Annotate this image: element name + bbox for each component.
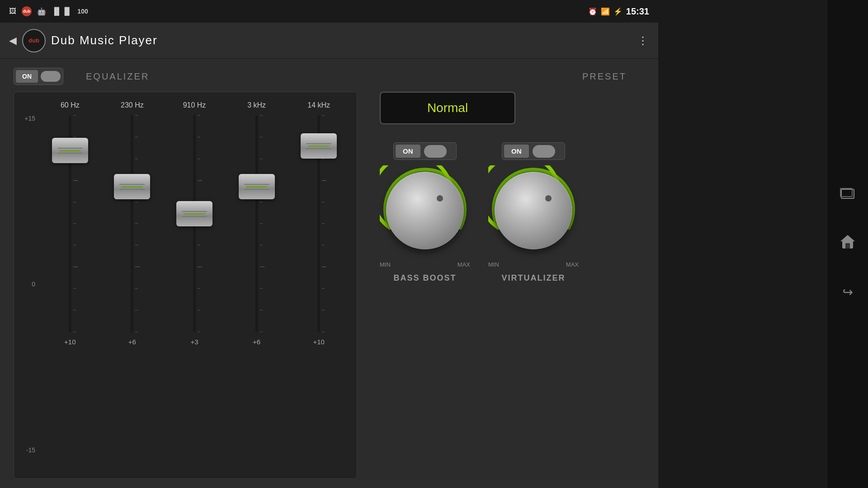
bass-boost-labels: MIN MAX (380, 261, 470, 268)
battery-icon: ⚡ (613, 7, 623, 16)
dub-icon: dub (22, 6, 32, 16)
bass-boost-label: BASS BOOST (393, 273, 456, 283)
freq-3khz: 3 kHz (247, 101, 266, 109)
band-230hz: 230 Hz (101, 101, 164, 472)
value-910hz: +3 (190, 338, 198, 346)
value-60hz: +10 (64, 338, 75, 346)
virtualizer-label: VIRTUALIZER (502, 273, 566, 283)
bass-boost-on-label: ON (396, 145, 420, 158)
home-button[interactable] (840, 235, 855, 249)
eq-toggle[interactable]: ON (14, 68, 63, 85)
virtualizer-item: ON (488, 142, 579, 283)
slider-3khz-track (255, 115, 258, 332)
more-menu-button[interactable]: ⋮ (637, 34, 649, 47)
y-top: +15 (21, 115, 35, 122)
eq-toggle-track (41, 71, 61, 82)
back-button[interactable]: ◀ (9, 35, 17, 47)
eq-panel: +15 0 -15 60 Hz (14, 92, 357, 479)
freq-910hz: 910 Hz (183, 101, 206, 109)
equalizer-label: EQUALIZER (86, 71, 149, 82)
effects-panel: Normal ON (371, 92, 645, 479)
score-icon: 100 (77, 8, 88, 15)
alarm-icon: ⏰ (588, 7, 597, 16)
bass-boost-toggle[interactable]: ON (393, 142, 457, 160)
y-mid: 0 (21, 281, 35, 288)
preset-section-label: PRESET (582, 71, 627, 82)
bass-boost-toggle-track (424, 145, 447, 158)
virtualizer-knob-body (495, 172, 572, 249)
slider-14khz-thumb[interactable] (301, 133, 337, 159)
slider-60hz-container (63, 115, 77, 332)
slider-230hz-thumb[interactable] (114, 174, 150, 199)
slider-230hz-track (131, 115, 133, 332)
recent-apps-button[interactable] (841, 189, 854, 199)
status-bar-left: 🖼 dub 🤖 ▐▌▐▌ 100 (9, 6, 88, 16)
bass-boost-max: MAX (458, 261, 470, 268)
virtualizer-toggle[interactable]: ON (502, 142, 565, 160)
freq-14khz: 14 kHz (307, 101, 330, 109)
bass-boost-item: ON (380, 142, 470, 283)
bass-boost-min: MIN (380, 261, 391, 268)
virtualizer-toggle-track (533, 145, 555, 158)
virtualizer-on-label: ON (504, 145, 529, 158)
slider-910hz-container (188, 115, 201, 332)
freq-60hz: 60 Hz (61, 101, 80, 109)
virtualizer-max: MAX (566, 261, 579, 268)
app-bar: ◀ dub Dub Music Player ⋮ (0, 23, 658, 59)
eq-header-row: ON EQUALIZER PRESET (14, 68, 645, 85)
nav-bar: ↩ (827, 0, 868, 488)
app-logo: dub (22, 29, 46, 52)
sliders-area: 60 Hz (39, 101, 350, 472)
virtualizer-min: MIN (488, 261, 499, 268)
y-bottom: -15 (21, 446, 35, 454)
effects-row: ON (371, 142, 645, 283)
freq-230hz: 230 Hz (121, 101, 144, 109)
signal-icon: 📶 (601, 7, 610, 16)
time-display: 15:31 (626, 6, 649, 17)
app-bar-left: ◀ dub Dub Music Player (9, 29, 158, 52)
back-nav-button[interactable]: ↩ (843, 285, 853, 300)
eq-preset-row: +15 0 -15 60 Hz (14, 92, 645, 479)
android-icon: 🤖 (37, 7, 46, 16)
slider-230hz-container (125, 115, 139, 332)
bass-boost-knob-body (386, 172, 464, 249)
barcode-icon: ▐▌▐▌ (52, 7, 72, 15)
y-axis: +15 0 -15 (21, 101, 39, 472)
main-content: ON EQUALIZER PRESET +15 0 -15 (0, 59, 658, 488)
virtualizer-knob[interactable] (488, 165, 579, 256)
value-230hz: +6 (128, 338, 136, 346)
slider-3khz-container (250, 115, 264, 332)
slider-14khz-container (312, 115, 326, 332)
bass-boost-knob-dot (437, 195, 443, 202)
virtualizer-labels: MIN MAX (488, 261, 579, 268)
band-60hz: 60 Hz (39, 101, 101, 472)
photo-icon: 🖼 (9, 7, 16, 15)
eq-on-label: ON (16, 70, 38, 83)
virtualizer-knob-dot (545, 195, 552, 202)
status-bar: 🖼 dub 🤖 ▐▌▐▌ 100 ⏰ 📶 ⚡ 15:31 (0, 0, 658, 23)
bass-boost-knob[interactable] (380, 165, 470, 256)
band-3khz: 3 kHz (226, 101, 288, 472)
preset-button[interactable]: Normal (380, 92, 515, 124)
value-3khz: +6 (253, 338, 260, 346)
status-bar-right: ⏰ 📶 ⚡ 15:31 (588, 6, 649, 17)
band-14khz: 14 kHz (288, 101, 350, 472)
value-14khz: +10 (313, 338, 324, 346)
slider-60hz-thumb[interactable] (52, 138, 88, 163)
app-title: Dub Music Player (51, 33, 158, 47)
slider-910hz-thumb[interactable] (176, 201, 212, 226)
app-container: 🖼 dub 🤖 ▐▌▐▌ 100 ⏰ 📶 ⚡ 15:31 ◀ dub Dub M… (0, 0, 658, 488)
preset-value: Normal (427, 101, 468, 115)
slider-3khz-thumb[interactable] (239, 174, 275, 199)
band-910hz: 910 Hz (163, 101, 226, 472)
